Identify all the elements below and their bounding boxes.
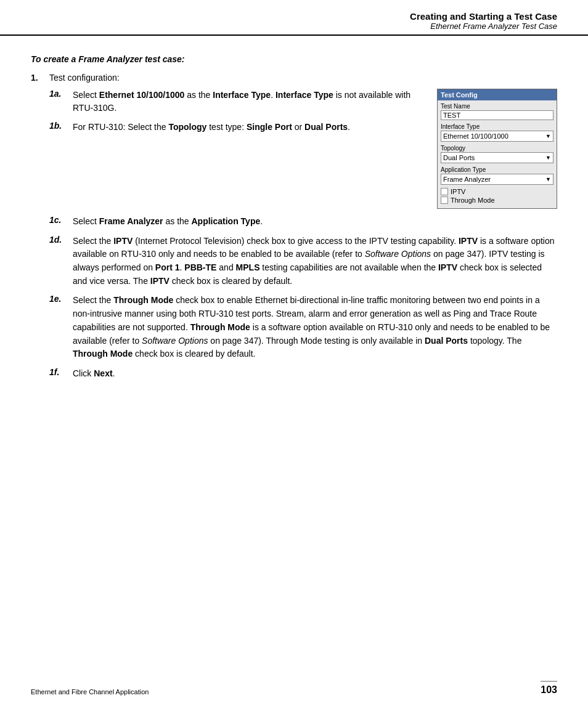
- panel-apptype-label: Application Type: [441, 166, 553, 173]
- panel-throughmode-checkbox[interactable]: [441, 197, 448, 204]
- substep-1a-text: Select Ethernet 10/100/1000 as the Inter…: [73, 89, 425, 115]
- substep-1e: 1e. Select the Through Mode check box to…: [49, 294, 557, 360]
- footer-left-text: Ethernet and Fibre Channel Application: [31, 688, 149, 696]
- substep-1e-num: 1e.: [49, 294, 73, 304]
- step-1-number: 1.: [31, 73, 49, 83]
- panel-interface-value: Ethernet 10/100/1000: [443, 132, 508, 140]
- panel-apptype-arrow: ▼: [545, 176, 551, 182]
- footer-page-number: 103: [541, 681, 557, 696]
- panel-iptv-checkbox[interactable]: [441, 188, 448, 195]
- panel-interface-arrow: ▼: [545, 133, 551, 139]
- substep-1c: 1c. Select Frame Analyzer as the Applica…: [49, 215, 557, 229]
- panel-topology-value: Dual Ports: [443, 154, 475, 161]
- panel-iptv-row: IPTV: [438, 187, 557, 196]
- panel-apptype-value: Frame Analyzer: [443, 176, 491, 183]
- page-container: Creating and Starting a Test Case Ethern…: [0, 0, 588, 714]
- substep-1d-num: 1d.: [49, 235, 73, 245]
- test-config-panel: Test Config Test Name TEST Interface Typ…: [437, 89, 557, 209]
- page-footer: Ethernet and Fibre Channel Application 1…: [31, 681, 557, 696]
- substep-1a-num: 1a.: [49, 89, 73, 99]
- panel-throughmode-label: Through Mode: [451, 197, 495, 204]
- substep-1b-num: 1b.: [49, 121, 73, 131]
- substep-1d: 1d. Select the IPTV (Internet Protocol T…: [49, 235, 557, 288]
- panel-interface-label: Interface Type: [441, 123, 553, 130]
- panel-interface-select[interactable]: Ethernet 10/100/1000 ▼: [441, 131, 553, 142]
- substep-1d-text: Select the IPTV (Internet Protocol Telev…: [73, 235, 557, 288]
- panel-throughmode-row: Through Mode: [438, 196, 557, 205]
- panel-header: Test Config: [438, 89, 557, 100]
- substep-1a: 1a. Select Ethernet 10/100/1000 as the I…: [49, 89, 425, 115]
- substep-1b: 1b. For RTU-310: Select the Topology tes…: [49, 121, 425, 134]
- page-header: Creating and Starting a Test Case Ethern…: [0, 0, 588, 36]
- content-area: To create a Frame Analyzer test case: 1.…: [0, 54, 588, 436]
- substeps-with-panel: 1a. Select Ethernet 10/100/1000 as the I…: [49, 89, 557, 209]
- substep-1f: 1f. Click Next.: [49, 367, 557, 381]
- substep-1e-text: Select the Through Mode check box to ena…: [73, 294, 557, 360]
- step-1: 1. Test configuration:: [31, 73, 557, 83]
- substep-1f-num: 1f.: [49, 367, 73, 377]
- substep-1f-text: Click Next.: [73, 367, 557, 381]
- panel-test-name-value[interactable]: TEST: [441, 110, 553, 120]
- section-heading: To create a Frame Analyzer test case:: [31, 54, 557, 64]
- panel-topology-arrow: ▼: [545, 155, 551, 161]
- panel-topology-row: Topology Dual Ports ▼: [438, 144, 557, 166]
- panel-apptype-row: Application Type Frame Analyzer ▼: [438, 166, 557, 187]
- panel-interface-row: Interface Type Ethernet 10/100/1000 ▼: [438, 123, 557, 144]
- substeps-left: 1a. Select Ethernet 10/100/1000 as the I…: [49, 89, 425, 209]
- header-title-main: Creating and Starting a Test Case: [410, 11, 557, 22]
- substep-1c-num: 1c.: [49, 215, 73, 225]
- header-title-sub: Ethernet Frame Analyzer Test Case: [430, 22, 557, 31]
- substep-1b-text: For RTU-310: Select the Topology test ty…: [73, 121, 350, 134]
- panel-topology-label: Topology: [441, 145, 553, 152]
- panel-apptype-select[interactable]: Frame Analyzer ▼: [441, 174, 553, 185]
- panel-topology-select[interactable]: Dual Ports ▼: [441, 152, 553, 163]
- panel-test-name-row: Test Name TEST: [438, 102, 557, 123]
- substep-1c-text: Select Frame Analyzer as the Application…: [73, 215, 557, 229]
- step-1-text: Test configuration:: [49, 73, 557, 83]
- panel-iptv-label: IPTV: [451, 188, 465, 195]
- panel-test-name-label: Test Name: [441, 103, 553, 110]
